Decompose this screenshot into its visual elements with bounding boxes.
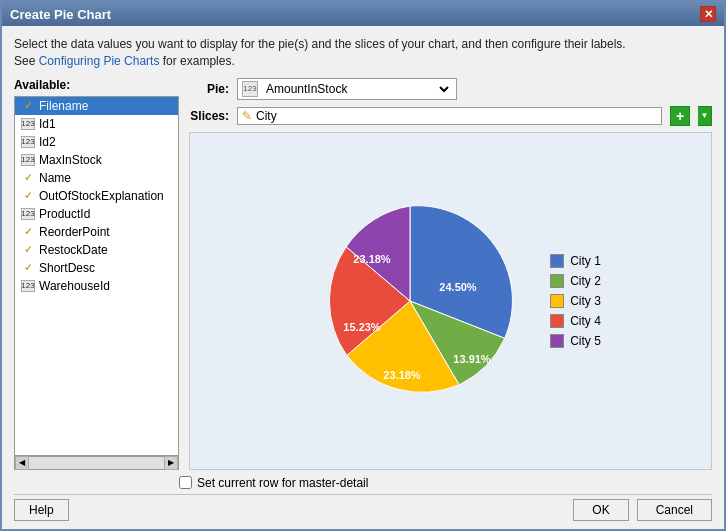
legend-color-city2	[550, 274, 564, 288]
list-item-outofstockexplanation[interactable]: ✓ OutOfStockExplanation	[15, 187, 178, 205]
legend-item-city3: City 3	[550, 294, 601, 308]
label-city1: 24.50%	[440, 281, 478, 293]
dialog-body: Select the data values you want to displ…	[2, 26, 724, 531]
ok-button[interactable]: OK	[573, 499, 628, 521]
pie-dropdown[interactable]: AmountInStock	[262, 81, 452, 97]
desc-line1: Select the data values you want to displ…	[14, 37, 626, 51]
master-detail-label[interactable]: Set current row for master-detail	[179, 476, 368, 490]
list-item-filename[interactable]: ✓ Filename	[15, 97, 178, 115]
action-buttons: OK Cancel	[573, 499, 712, 521]
title-bar: Create Pie Chart ✕	[2, 2, 724, 26]
legend-label-city3: City 3	[570, 294, 601, 308]
list-item-label: ProductId	[39, 207, 90, 221]
help-button[interactable]: Help	[14, 499, 69, 521]
check-icon: ✓	[21, 261, 35, 275]
list-item-label: Name	[39, 171, 71, 185]
available-list[interactable]: ✓ Filename 123 Id1 123 Id2 123 MaxInStoc…	[14, 96, 179, 456]
num-icon: 123	[21, 280, 35, 292]
slice-icon: ✎	[242, 109, 252, 123]
check-icon: ✓	[21, 243, 35, 257]
scroll-right[interactable]: ▶	[164, 456, 178, 470]
label-city4: 15.23%	[344, 321, 382, 333]
create-pie-chart-dialog: Create Pie Chart ✕ Select the data value…	[0, 0, 726, 531]
list-item-label: ShortDesc	[39, 261, 95, 275]
legend-item-city1: City 1	[550, 254, 601, 268]
legend-label-city1: City 1	[570, 254, 601, 268]
pie-config-row: Pie: 123 AmountInStock	[189, 78, 712, 100]
footer-row: Set current row for master-detail	[14, 470, 712, 494]
slices-config-row: Slices: ✎ + ▼	[189, 106, 712, 126]
dialog-title: Create Pie Chart	[10, 7, 111, 22]
list-item-label: Filename	[39, 99, 88, 113]
cancel-button[interactable]: Cancel	[637, 499, 712, 521]
list-item-label: Id2	[39, 135, 56, 149]
list-item-productid[interactable]: 123 ProductId	[15, 205, 178, 223]
num-icon: 123	[21, 208, 35, 220]
available-label: Available:	[14, 78, 179, 92]
chart-container: 24.50% 13.91% 23.18% 15.23% 23.18% City …	[300, 191, 601, 411]
pie-icon: 123	[242, 81, 258, 97]
list-item-id2[interactable]: 123 Id2	[15, 133, 178, 151]
scroll-track[interactable]	[29, 457, 164, 469]
legend-label-city4: City 4	[570, 314, 601, 328]
main-content: Available: ✓ Filename 123 Id1 123 Id2	[14, 78, 712, 470]
desc-line2: See	[14, 54, 39, 68]
list-item-restockdate[interactable]: ✓ RestockDate	[15, 241, 178, 259]
check-icon: ✓	[21, 189, 35, 203]
scroll-left[interactable]: ◀	[15, 456, 29, 470]
label-city5: 23.18%	[354, 253, 392, 265]
num-icon: 123	[21, 154, 35, 166]
pie-label: Pie:	[189, 82, 229, 96]
master-detail-text: Set current row for master-detail	[197, 476, 368, 490]
button-row: Help OK Cancel	[14, 494, 712, 525]
legend-label-city2: City 2	[570, 274, 601, 288]
list-item-label: RestockDate	[39, 243, 108, 257]
pie-chart-svg: 24.50% 13.91% 23.18% 15.23% 23.18%	[300, 191, 520, 411]
add-slice-dropdown-button[interactable]: ▼	[698, 106, 712, 126]
left-panel: Available: ✓ Filename 123 Id1 123 Id2	[14, 78, 179, 470]
slices-input[interactable]	[256, 109, 657, 123]
list-item-label: OutOfStockExplanation	[39, 189, 164, 203]
check-icon: ✓	[21, 171, 35, 185]
master-detail-checkbox[interactable]	[179, 476, 192, 489]
list-item-label: Id1	[39, 117, 56, 131]
legend-item-city5: City 5	[550, 334, 601, 348]
list-item-label: WarehouseId	[39, 279, 110, 293]
slices-label: Slices:	[189, 109, 229, 123]
add-slice-button[interactable]: +	[670, 106, 690, 126]
legend-label-city5: City 5	[570, 334, 601, 348]
slices-input-wrapper: ✎	[237, 107, 662, 125]
desc-line3: for examples.	[159, 54, 234, 68]
list-item-maxinstock[interactable]: 123 MaxInStock	[15, 151, 178, 169]
label-city2: 13.91%	[454, 353, 492, 365]
legend-color-city5	[550, 334, 564, 348]
list-item-label: MaxInStock	[39, 153, 102, 167]
configuring-link[interactable]: Configuring Pie Charts	[39, 54, 160, 68]
list-item-reorderpoint[interactable]: ✓ ReorderPoint	[15, 223, 178, 241]
list-item-label: ReorderPoint	[39, 225, 110, 239]
legend-color-city3	[550, 294, 564, 308]
num-icon: 123	[21, 136, 35, 148]
legend-item-city4: City 4	[550, 314, 601, 328]
legend-color-city1	[550, 254, 564, 268]
check-icon: ✓	[21, 99, 35, 113]
check-icon: ✓	[21, 225, 35, 239]
list-item-warehouseid[interactable]: 123 WarehouseId	[15, 277, 178, 295]
label-city3: 23.18%	[384, 369, 422, 381]
list-item-name[interactable]: ✓ Name	[15, 169, 178, 187]
chart-legend: City 1 City 2 City 3	[550, 254, 601, 348]
pie-select-wrapper: 123 AmountInStock	[237, 78, 457, 100]
chart-area: 24.50% 13.91% 23.18% 15.23% 23.18% City …	[189, 132, 712, 470]
horizontal-scrollbar[interactable]: ◀ ▶	[14, 456, 179, 470]
num-icon: 123	[21, 118, 35, 130]
legend-color-city4	[550, 314, 564, 328]
description: Select the data values you want to displ…	[14, 36, 712, 70]
legend-item-city2: City 2	[550, 274, 601, 288]
close-button[interactable]: ✕	[700, 6, 716, 22]
list-item-shortdesc[interactable]: ✓ ShortDesc	[15, 259, 178, 277]
right-panel: Pie: 123 AmountInStock Slices: ✎	[189, 78, 712, 470]
list-item-id1[interactable]: 123 Id1	[15, 115, 178, 133]
